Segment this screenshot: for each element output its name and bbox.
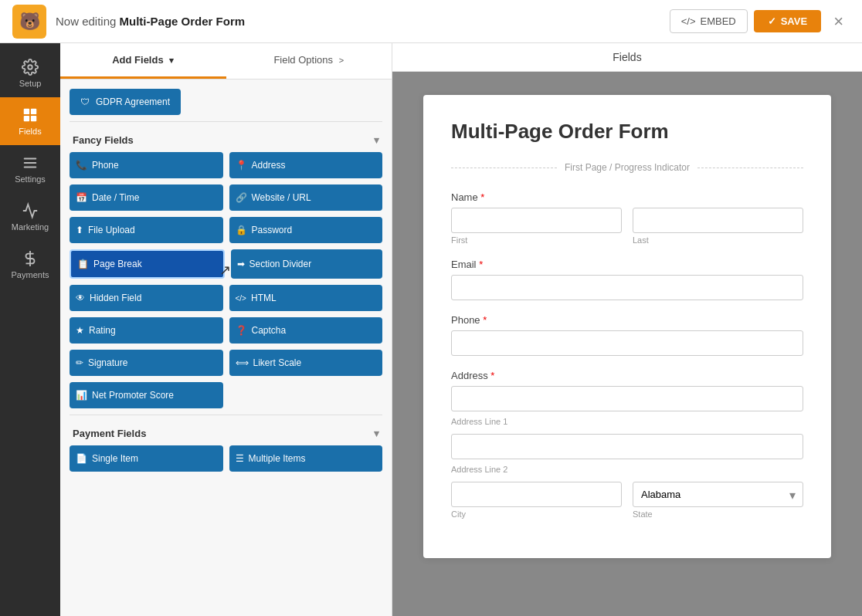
address-city-state-row: City Alabama State — [451, 482, 803, 519]
svg-rect-3 — [24, 116, 29, 121]
phone-input[interactable] — [451, 330, 803, 356]
left-sidebar: Setup Fields Settings Marketing Payments — [0, 43, 60, 616]
page-break-field-button[interactable]: Page Break ↗ — [70, 249, 225, 279]
phone-field-preview: Phone * — [451, 314, 803, 356]
address-line2-sublabel: Address Line 2 — [451, 465, 803, 474]
address-field-preview: Address * Address Line 1 Address Line 2 … — [451, 370, 803, 519]
sidebar-item-setup[interactable]: Setup — [0, 49, 60, 97]
email-field: Email * — [451, 259, 803, 300]
fields-scroll-area[interactable]: GDPR Agreement Fancy Fields ▾ Phone Addr… — [60, 80, 392, 616]
section-divider-line — [70, 121, 382, 122]
single-item-field-button[interactable]: Single Item — [70, 445, 223, 472]
captcha-icon — [236, 325, 247, 336]
name-field: Name * First Last — [451, 191, 803, 245]
name-row: First Last — [451, 208, 803, 245]
name-last-col: Last — [633, 208, 803, 245]
field-options-arrow-icon: > — [339, 56, 344, 65]
page-indicator-right-line — [697, 168, 803, 168]
gdpr-agreement-button[interactable]: GDPR Agreement — [70, 89, 181, 115]
fields-label-bar: Fields — [392, 43, 862, 72]
field-row-8: Net Promoter Score — [70, 382, 382, 408]
multiple-items-field-button[interactable]: Multiple Items — [229, 445, 383, 472]
form-preview-title: Multi-Page Order Form — [451, 120, 803, 144]
email-input[interactable] — [451, 275, 803, 300]
email-label: Email * — [451, 259, 803, 270]
signature-icon — [76, 357, 83, 368]
page-indicator-text: First Page / Progress Indicator — [565, 162, 690, 173]
payment-fields-chevron-icon: ▾ — [374, 428, 379, 439]
tab-field-options[interactable]: Field Options > — [226, 43, 392, 79]
email-required-indicator: * — [477, 259, 484, 270]
phone-icon — [76, 160, 87, 171]
divider-icon — [237, 259, 245, 269]
signature-field-button[interactable]: Signature — [70, 350, 223, 376]
payment-fields-section-heading[interactable]: Payment Fields ▾ — [70, 420, 382, 445]
address-label: Address * — [451, 370, 803, 381]
sidebar-item-fields[interactable]: Fields — [0, 97, 60, 145]
html-field-button[interactable]: HTML — [229, 285, 383, 311]
fancy-fields-section-heading[interactable]: Fancy Fields ▾ — [70, 127, 382, 152]
tab-add-fields[interactable]: Add Fields ▾ — [60, 43, 226, 79]
state-select[interactable]: Alabama — [633, 482, 803, 507]
name-last-input[interactable] — [633, 208, 803, 233]
address-line1-input[interactable] — [451, 386, 803, 411]
address-field-button[interactable]: Address — [229, 152, 383, 178]
address-icon — [236, 160, 247, 171]
sidebar-marketing-label: Marketing — [12, 222, 49, 232]
close-button[interactable]: × — [827, 8, 850, 35]
embed-button[interactable]: </> EMBED — [670, 9, 748, 33]
multiple-items-icon — [236, 453, 244, 464]
phone-label: Phone * — [451, 314, 803, 326]
field-row-7: Signature Likert Scale — [70, 350, 382, 376]
code-icon: </> — [681, 15, 696, 27]
sidebar-setup-label: Setup — [19, 79, 42, 88]
sidebar-fields-label: Fields — [19, 127, 41, 136]
state-sublabel: State — [633, 509, 803, 519]
save-button[interactable]: ✓ SAVE — [754, 10, 821, 32]
name-label: Name * — [451, 191, 803, 203]
nps-field-button[interactable]: Net Promoter Score — [70, 382, 223, 408]
sidebar-item-settings[interactable]: Settings — [0, 145, 60, 193]
sidebar-item-payments[interactable]: Payments — [0, 241, 60, 289]
address-line2-input[interactable] — [451, 434, 803, 459]
likert-scale-field-button[interactable]: Likert Scale — [229, 350, 383, 376]
captcha-field-button[interactable]: Captcha — [229, 317, 383, 344]
svg-rect-1 — [24, 109, 29, 114]
gdpr-icon — [80, 96, 90, 107]
rating-icon — [76, 325, 84, 336]
sidebar-settings-label: Settings — [15, 174, 46, 184]
state-col: Alabama State — [633, 482, 803, 519]
phone-field-button[interactable]: Phone — [70, 152, 223, 178]
pagebreak-icon — [77, 259, 89, 269]
html-icon — [236, 293, 246, 303]
tab-bar: Add Fields ▾ Field Options > — [60, 43, 392, 80]
payment-field-row-1: Single Item Multiple Items — [70, 445, 382, 472]
website-field-button[interactable]: Website / URL — [229, 184, 383, 211]
sidebar-item-marketing[interactable]: Marketing — [0, 193, 60, 241]
page-indicator: First Page / Progress Indicator — [451, 162, 803, 173]
name-last-sublabel: Last — [633, 235, 803, 245]
name-first-sublabel: First — [451, 235, 622, 245]
section-divider-field-button[interactable]: Section Divider — [231, 249, 383, 279]
middle-panel: Add Fields ▾ Field Options > GDPR Agreem… — [60, 43, 392, 616]
fancy-fields-chevron-icon: ▾ — [374, 134, 379, 146]
datetime-field-button[interactable]: Date / Time — [70, 184, 223, 211]
header-title: Now editing Multi-Page Order Form — [56, 15, 245, 28]
likert-icon — [236, 357, 249, 368]
right-content: Fields Multi-Page Order Form First Page … — [392, 43, 862, 616]
single-item-icon — [76, 453, 87, 464]
name-first-input[interactable] — [451, 208, 622, 233]
password-icon — [236, 225, 247, 235]
password-field-button[interactable]: Password — [229, 217, 383, 243]
rating-field-button[interactable]: Rating — [70, 317, 223, 344]
payment-section-divider — [70, 415, 382, 415]
form-preview-wrap[interactable]: Multi-Page Order Form First Page / Progr… — [392, 72, 862, 616]
field-row-5: Hidden Field HTML — [70, 285, 382, 311]
city-sublabel: City — [451, 509, 622, 519]
file-upload-field-button[interactable]: File Upload — [70, 217, 223, 243]
name-required-indicator: * — [478, 191, 485, 203]
hidden-field-button[interactable]: Hidden Field — [70, 285, 223, 311]
city-input[interactable] — [451, 482, 622, 507]
field-row-1: Phone Address — [70, 152, 382, 178]
svg-rect-2 — [31, 109, 36, 114]
